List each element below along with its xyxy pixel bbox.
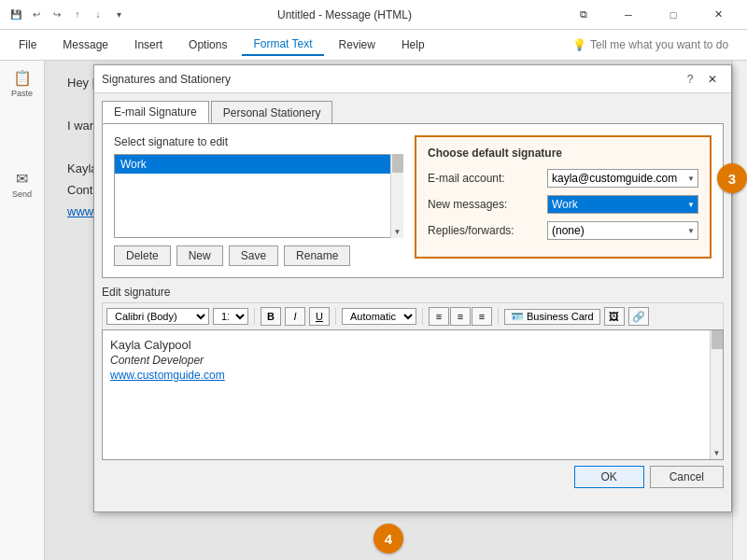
send-icon: ✉ xyxy=(16,170,28,188)
redo-icon[interactable]: ↪ xyxy=(49,7,65,23)
cancel-button[interactable]: Cancel xyxy=(650,466,724,488)
ok-button[interactable]: OK xyxy=(574,466,644,488)
close-button[interactable]: ✕ xyxy=(697,0,740,30)
business-card-icon: 🪪 xyxy=(511,311,524,323)
signatures-dialog: Signatures and Stationery ? ✕ E-mail Sig… xyxy=(93,64,732,512)
email-account-row: E-mail account: kayla@customguide.com ▼ xyxy=(428,169,698,188)
align-right-button[interactable]: ≡ xyxy=(472,307,492,326)
scroll-down-arrow[interactable]: ▼ xyxy=(391,225,403,238)
email-account-select[interactable]: kayla@customguide.com xyxy=(547,169,698,188)
sig-title: Content Developer xyxy=(110,354,702,367)
new-messages-row: New messages: Work ▼ xyxy=(428,195,698,214)
right-panel: Choose default signature E-mail account:… xyxy=(415,135,712,266)
restore-button[interactable]: ⧉ xyxy=(562,0,605,30)
new-button[interactable]: New xyxy=(176,245,223,266)
tab-help[interactable]: Help xyxy=(390,35,436,55)
dialog-help-button[interactable]: ? xyxy=(679,69,701,90)
email-account-label: E-mail account: xyxy=(428,172,540,185)
insert-image-button[interactable]: 🖼 xyxy=(604,307,625,326)
signature-editor-wrapper: Kayla Calypool Content Developer www.cus… xyxy=(102,329,724,460)
signature-list-scrollbar[interactable]: ▼ xyxy=(390,154,403,238)
align-center-button[interactable]: ≡ xyxy=(450,307,471,326)
ribbon-search: 💡 xyxy=(572,38,740,51)
replies-row: Replies/forwards: (none) ▼ xyxy=(428,221,698,240)
new-messages-select[interactable]: Work xyxy=(547,195,698,214)
new-messages-label: New messages: xyxy=(428,198,540,211)
content-area: Hey [ I war Kayla Conte www. Signatures … xyxy=(45,61,732,560)
tab-message[interactable]: Message xyxy=(51,35,120,55)
paste-icon: 📋 xyxy=(13,69,32,87)
underline-button[interactable]: U xyxy=(309,307,330,326)
main-area: 📋 Paste ✉ Send Hey [ I war Kayla Conte w… xyxy=(0,61,747,560)
sidebar-item-paste[interactable]: 📋 Paste xyxy=(4,64,41,102)
edit-signature-label: Edit signature xyxy=(102,286,724,299)
select-signature-label: Select signature to edit xyxy=(114,135,403,148)
toolbar-separator-2 xyxy=(335,308,336,325)
title-bar: 💾 ↩ ↪ ↑ ↓ ▾ Untitled - Message (HTML) ⧉ … xyxy=(0,0,747,30)
search-input[interactable] xyxy=(590,38,740,51)
choose-default-title: Choose default signature xyxy=(428,147,698,160)
left-panel: Select signature to edit Work ▼ Delete xyxy=(114,135,403,266)
download-icon[interactable]: ↓ xyxy=(90,7,106,23)
font-size-select[interactable]: 11 xyxy=(213,308,248,325)
ribbon: File Message Insert Options Format Text … xyxy=(0,30,747,61)
choose-default-signature-box: Choose default signature E-mail account:… xyxy=(415,135,712,259)
send-label: Send xyxy=(12,189,32,199)
tab-format-text[interactable]: Format Text xyxy=(242,34,323,56)
replies-label: Replies/forwards: xyxy=(428,224,540,237)
lightbulb-icon: 💡 xyxy=(572,38,586,51)
quick-access-toolbar: 💾 ↩ ↪ ↑ ↓ ▾ xyxy=(7,7,127,23)
tab-file[interactable]: File xyxy=(7,35,48,55)
ribbon-tab-bar: File Message Insert Options Format Text … xyxy=(0,30,747,60)
toolbar-separator-4 xyxy=(498,308,499,325)
editor-scrollbar-thumb xyxy=(712,330,723,349)
signature-action-buttons: Delete New Save Rename xyxy=(114,245,403,266)
signature-item-work[interactable]: Work xyxy=(115,155,390,174)
italic-button[interactable]: I xyxy=(285,307,305,326)
dialog-footer: OK Cancel xyxy=(94,460,731,496)
editor-scrollbar[interactable]: ▼ xyxy=(710,330,723,459)
edit-signature-toolbar: Calibri (Body) 11 B I U Automatic xyxy=(102,302,724,329)
tab-personal-stationery[interactable]: Personal Stationery xyxy=(211,101,333,123)
tab-insert[interactable]: Insert xyxy=(123,35,174,55)
new-messages-select-wrapper: Work ▼ xyxy=(547,195,698,214)
scrollbar-thumb xyxy=(392,154,403,173)
email-account-select-wrapper: kayla@customguide.com ▼ xyxy=(547,169,698,188)
maximize-button[interactable]: □ xyxy=(652,0,695,30)
dialog-tab-bar: E-mail Signature Personal Stationery xyxy=(94,93,731,123)
insert-link-button[interactable]: 🔗 xyxy=(628,307,649,326)
sidebar-item-send[interactable]: ✉ Send xyxy=(4,165,41,203)
paste-label: Paste xyxy=(11,89,33,98)
sidebar: 📋 Paste ✉ Send xyxy=(0,61,45,560)
save-button[interactable]: Save xyxy=(229,245,278,266)
window-controls: ⧉ ─ □ ✕ xyxy=(562,0,740,30)
bold-button[interactable]: B xyxy=(261,307,281,326)
business-card-button[interactable]: 🪪 Business Card xyxy=(504,309,600,325)
font-color-select[interactable]: Automatic xyxy=(342,308,416,325)
signature-editor[interactable]: Kayla Calypool Content Developer www.cus… xyxy=(103,330,710,459)
font-select[interactable]: Calibri (Body) xyxy=(106,308,209,325)
dialog-title: Signatures and Stationery xyxy=(102,73,679,86)
rename-button[interactable]: Rename xyxy=(284,245,350,266)
dialog-content: Select signature to edit Work ▼ Delete xyxy=(102,123,724,278)
dialog-close-button[interactable]: ✕ xyxy=(701,69,724,90)
toolbar-separator-3 xyxy=(422,308,423,325)
delete-button[interactable]: Delete xyxy=(114,245,171,266)
tab-review[interactable]: Review xyxy=(328,35,387,55)
toolbar-separator-1 xyxy=(254,308,255,325)
editor-scroll-down[interactable]: ▼ xyxy=(711,446,723,459)
step-3-badge: 3 xyxy=(717,163,747,193)
tab-email-signature[interactable]: E-mail Signature xyxy=(102,101,209,123)
align-left-button[interactable]: ≡ xyxy=(429,307,449,326)
tab-options[interactable]: Options xyxy=(177,35,238,55)
save-icon[interactable]: 💾 xyxy=(7,7,24,23)
qat-dropdown-icon[interactable]: ▾ xyxy=(110,7,127,23)
main-scrollbar[interactable] xyxy=(732,61,747,560)
sig-link: www.customguide.com xyxy=(110,369,702,382)
upload-icon[interactable]: ↑ xyxy=(69,7,86,23)
replies-select[interactable]: (none) xyxy=(547,221,698,240)
minimize-button[interactable]: ─ xyxy=(607,0,650,30)
align-buttons: ≡ ≡ ≡ xyxy=(429,307,492,326)
undo-icon[interactable]: ↩ xyxy=(28,7,45,23)
sig-name: Kayla Calypool xyxy=(110,338,702,352)
